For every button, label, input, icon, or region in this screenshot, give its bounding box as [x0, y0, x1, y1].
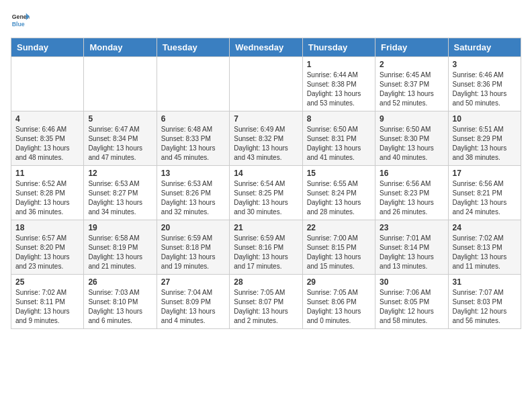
calendar-cell: 20Sunrise: 6:59 AM Sunset: 8:18 PM Dayli…: [157, 220, 229, 275]
day-info: Sunrise: 7:05 AM Sunset: 8:07 PM Dayligh…: [234, 288, 298, 326]
calendar-cell: [157, 57, 229, 111]
day-number: 27: [161, 277, 225, 287]
day-number: 19: [88, 223, 152, 232]
day-number: 30: [380, 277, 443, 287]
day-info: Sunrise: 6:59 AM Sunset: 8:18 PM Dayligh…: [161, 234, 225, 271]
day-info: Sunrise: 7:04 AM Sunset: 8:09 PM Dayligh…: [161, 288, 225, 326]
day-number: 6: [161, 114, 225, 124]
day-info: Sunrise: 6:49 AM Sunset: 8:32 PM Dayligh…: [234, 125, 298, 163]
day-info: Sunrise: 6:52 AM Sunset: 8:28 PM Dayligh…: [15, 179, 79, 217]
day-info: Sunrise: 6:53 AM Sunset: 8:26 PM Dayligh…: [161, 179, 225, 217]
calendar-cell: 16Sunrise: 6:56 AM Sunset: 8:23 PM Dayli…: [375, 166, 448, 220]
calendar-table: SundayMondayTuesdayWednesdayThursdayFrid…: [11, 38, 521, 329]
calendar-cell: 22Sunrise: 7:00 AM Sunset: 8:15 PM Dayli…: [302, 220, 375, 275]
day-number: 9: [380, 114, 443, 124]
calendar-cell: [230, 57, 302, 111]
day-number: 25: [15, 277, 79, 287]
day-number: 31: [453, 277, 517, 287]
page-header: General Blue: [11, 11, 521, 30]
day-number: 29: [307, 277, 371, 287]
weekday-header-sunday: Sunday: [11, 38, 84, 57]
day-number: 26: [88, 277, 152, 287]
calendar-cell: 11Sunrise: 6:52 AM Sunset: 8:28 PM Dayli…: [11, 166, 84, 220]
day-number: 28: [234, 277, 298, 287]
day-number: 8: [307, 114, 371, 124]
day-info: Sunrise: 6:58 AM Sunset: 8:19 PM Dayligh…: [88, 234, 152, 271]
day-number: 5: [88, 114, 152, 124]
calendar-cell: 1Sunrise: 6:44 AM Sunset: 8:38 PM Daylig…: [302, 57, 375, 111]
day-info: Sunrise: 6:59 AM Sunset: 8:16 PM Dayligh…: [234, 234, 298, 271]
day-info: Sunrise: 7:02 AM Sunset: 8:13 PM Dayligh…: [453, 234, 517, 271]
day-info: Sunrise: 7:01 AM Sunset: 8:14 PM Dayligh…: [380, 234, 443, 271]
calendar-cell: 26Sunrise: 7:03 AM Sunset: 8:10 PM Dayli…: [84, 275, 157, 329]
calendar-cell: 28Sunrise: 7:05 AM Sunset: 8:07 PM Dayli…: [230, 275, 302, 329]
weekday-header-thursday: Thursday: [302, 38, 375, 57]
day-info: Sunrise: 6:48 AM Sunset: 8:33 PM Dayligh…: [161, 125, 225, 163]
weekday-header-saturday: Saturday: [448, 38, 521, 57]
calendar-week-1: 1Sunrise: 6:44 AM Sunset: 8:38 PM Daylig…: [11, 57, 521, 111]
day-info: Sunrise: 6:53 AM Sunset: 8:27 PM Dayligh…: [88, 179, 152, 217]
day-info: Sunrise: 7:00 AM Sunset: 8:15 PM Dayligh…: [307, 234, 371, 271]
calendar-week-4: 18Sunrise: 6:57 AM Sunset: 8:20 PM Dayli…: [11, 220, 521, 275]
day-info: Sunrise: 7:02 AM Sunset: 8:11 PM Dayligh…: [15, 288, 79, 326]
day-info: Sunrise: 6:44 AM Sunset: 8:38 PM Dayligh…: [307, 71, 371, 108]
day-info: Sunrise: 6:47 AM Sunset: 8:34 PM Dayligh…: [88, 125, 152, 163]
day-number: 11: [15, 169, 79, 178]
day-number: 15: [307, 169, 371, 178]
calendar-cell: 14Sunrise: 6:54 AM Sunset: 8:25 PM Dayli…: [230, 166, 302, 220]
calendar-cell: 24Sunrise: 7:02 AM Sunset: 8:13 PM Dayli…: [448, 220, 521, 275]
day-info: Sunrise: 6:50 AM Sunset: 8:30 PM Dayligh…: [380, 125, 443, 163]
day-info: Sunrise: 6:55 AM Sunset: 8:24 PM Dayligh…: [307, 179, 371, 217]
day-info: Sunrise: 7:06 AM Sunset: 8:05 PM Dayligh…: [380, 288, 443, 326]
logo: General Blue: [11, 11, 30, 30]
calendar-week-2: 4Sunrise: 6:46 AM Sunset: 8:35 PM Daylig…: [11, 111, 521, 166]
day-number: 18: [15, 223, 79, 232]
calendar-cell: 23Sunrise: 7:01 AM Sunset: 8:14 PM Dayli…: [375, 220, 448, 275]
calendar-cell: 25Sunrise: 7:02 AM Sunset: 8:11 PM Dayli…: [11, 275, 84, 329]
day-info: Sunrise: 6:50 AM Sunset: 8:31 PM Dayligh…: [307, 125, 371, 163]
day-info: Sunrise: 6:56 AM Sunset: 8:21 PM Dayligh…: [453, 179, 517, 217]
calendar-cell: 9Sunrise: 6:50 AM Sunset: 8:30 PM Daylig…: [375, 111, 448, 166]
calendar-cell: 21Sunrise: 6:59 AM Sunset: 8:16 PM Dayli…: [230, 220, 302, 275]
calendar-cell: 31Sunrise: 7:07 AM Sunset: 8:03 PM Dayli…: [448, 275, 521, 329]
day-info: Sunrise: 6:46 AM Sunset: 8:36 PM Dayligh…: [453, 71, 517, 108]
svg-text:Blue: Blue: [12, 21, 25, 28]
weekday-header-row: SundayMondayTuesdayWednesdayThursdayFrid…: [11, 38, 521, 57]
day-number: 20: [161, 223, 225, 232]
calendar-cell: 29Sunrise: 7:05 AM Sunset: 8:06 PM Dayli…: [302, 275, 375, 329]
day-info: Sunrise: 7:03 AM Sunset: 8:10 PM Dayligh…: [88, 288, 152, 326]
day-number: 14: [234, 169, 298, 178]
calendar-cell: 3Sunrise: 6:46 AM Sunset: 8:36 PM Daylig…: [448, 57, 521, 111]
calendar-cell: 19Sunrise: 6:58 AM Sunset: 8:19 PM Dayli…: [84, 220, 157, 275]
day-info: Sunrise: 6:51 AM Sunset: 8:29 PM Dayligh…: [453, 125, 517, 163]
weekday-header-tuesday: Tuesday: [157, 38, 229, 57]
calendar-cell: 7Sunrise: 6:49 AM Sunset: 8:32 PM Daylig…: [230, 111, 302, 166]
day-number: 4: [15, 114, 79, 124]
day-number: 10: [453, 114, 517, 124]
day-info: Sunrise: 6:57 AM Sunset: 8:20 PM Dayligh…: [15, 234, 79, 271]
calendar-week-5: 25Sunrise: 7:02 AM Sunset: 8:11 PM Dayli…: [11, 275, 521, 329]
calendar-header: SundayMondayTuesdayWednesdayThursdayFrid…: [11, 38, 521, 57]
calendar-body: 1Sunrise: 6:44 AM Sunset: 8:38 PM Daylig…: [11, 57, 521, 329]
day-info: Sunrise: 7:05 AM Sunset: 8:06 PM Dayligh…: [307, 288, 371, 326]
day-number: 16: [380, 169, 443, 178]
calendar-cell: 15Sunrise: 6:55 AM Sunset: 8:24 PM Dayli…: [302, 166, 375, 220]
day-number: 3: [453, 60, 517, 69]
day-number: 1: [307, 60, 371, 69]
calendar-cell: 4Sunrise: 6:46 AM Sunset: 8:35 PM Daylig…: [11, 111, 84, 166]
calendar-cell: 5Sunrise: 6:47 AM Sunset: 8:34 PM Daylig…: [84, 111, 157, 166]
calendar-cell: 10Sunrise: 6:51 AM Sunset: 8:29 PM Dayli…: [448, 111, 521, 166]
calendar-cell: 17Sunrise: 6:56 AM Sunset: 8:21 PM Dayli…: [448, 166, 521, 220]
weekday-header-friday: Friday: [375, 38, 448, 57]
day-number: 12: [88, 169, 152, 178]
calendar-cell: [11, 57, 84, 111]
calendar-cell: 2Sunrise: 6:45 AM Sunset: 8:37 PM Daylig…: [375, 57, 448, 111]
calendar-cell: 30Sunrise: 7:06 AM Sunset: 8:05 PM Dayli…: [375, 275, 448, 329]
day-number: 17: [453, 169, 517, 178]
day-number: 7: [234, 114, 298, 124]
calendar-cell: 6Sunrise: 6:48 AM Sunset: 8:33 PM Daylig…: [157, 111, 229, 166]
day-number: 2: [380, 60, 443, 69]
day-info: Sunrise: 7:07 AM Sunset: 8:03 PM Dayligh…: [453, 288, 517, 326]
day-info: Sunrise: 6:54 AM Sunset: 8:25 PM Dayligh…: [234, 179, 298, 217]
day-info: Sunrise: 6:45 AM Sunset: 8:37 PM Dayligh…: [380, 71, 443, 108]
